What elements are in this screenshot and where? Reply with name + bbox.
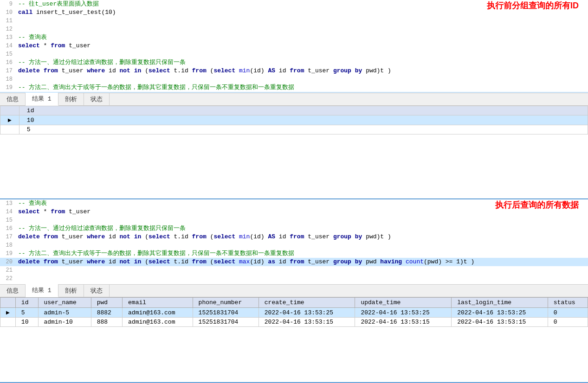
col-phone-h: phone_number (193, 298, 258, 308)
code-line: 13-- 查询表 (0, 33, 588, 42)
cell-email: admin@163.com (123, 318, 193, 327)
table-row: 5 (0, 125, 588, 134)
col-arrow (0, 106, 19, 115)
cell-id: 10 (15, 318, 38, 327)
cell-username: admin-10 (38, 318, 91, 327)
tab-info-bottom[interactable]: 信息 (0, 285, 26, 297)
tab-status-bottom[interactable]: 状态 (84, 285, 110, 297)
code-line: 19-- 方法二、查询出大于或等于一条的数据，删除其它重复数据，只保留一条不重复… (0, 83, 588, 92)
tab-result1-bottom[interactable]: 结果 1 (26, 284, 58, 297)
tab-result1-top[interactable]: 结果 1 (26, 93, 58, 106)
col-status-h: status (548, 298, 588, 308)
col-pwd-h: pwd (91, 298, 122, 308)
cell-phone: 15251831704 (193, 318, 258, 327)
tab-status-top[interactable]: 状态 (84, 93, 110, 105)
col-id-h: id (15, 298, 38, 308)
code-line: 19-- 方法二、查询出大于或等于一条的数据，删除其它重复数据，只保留一条不重复… (0, 249, 588, 258)
bottom-annotation: 执行后查询的所有数据 (495, 199, 579, 211)
code-line: 17delete from t_user where id not in (se… (0, 233, 588, 241)
code-line: 15 (0, 50, 588, 58)
cell-createtime: 2022-04-16 13:53:25 (258, 308, 355, 318)
cell-status: 0 (548, 308, 588, 318)
code-line: 16-- 方法一、通过分组过滤查询数据，删除重复数据只保留一条 (0, 58, 588, 67)
cell-email: admin@163.com (123, 308, 193, 318)
row-arrow (0, 318, 16, 327)
code-line: 18 (0, 241, 588, 249)
tab-info-top[interactable]: 信息 (0, 93, 26, 105)
cell-status: 0 (548, 318, 588, 327)
cell-username: admin-5 (38, 308, 91, 318)
tab-analyze-top[interactable]: 剖析 (58, 93, 84, 105)
cell-pwd: 8882 (91, 308, 122, 318)
bottom-pane: 执行后查询的所有数据 13-- 查询表 14select * from t_us… (0, 199, 588, 383)
top-annotation: 执行前分组查询的所有ID (487, 0, 579, 11)
top-pane: 执行前分组查询的所有ID 9-- 往t_user表里面插入数据 10call i… (0, 0, 588, 199)
table-row: 10 admin-10 888 admin@163.com 1525183170… (0, 318, 588, 327)
cell-id: 10 (19, 115, 588, 125)
col-username-h: user_name (38, 298, 91, 308)
cell-phone: 15251831704 (193, 308, 258, 318)
table-row: ▶ 5 admin-5 8882 admin@163.com 152518317… (0, 308, 588, 318)
row-arrow: ▶ (0, 115, 19, 125)
cell-logintime: 2022-04-16 13:53:15 (452, 318, 548, 327)
tab-analyze-bottom[interactable]: 剖析 (58, 285, 84, 297)
code-line: 11 (0, 17, 588, 25)
col-updatetime-h: update_time (355, 298, 452, 308)
cell-pwd: 888 (91, 318, 122, 327)
col-createtime-h: create_time (258, 298, 355, 308)
code-line: 14select * from t_user (0, 42, 588, 50)
col-logintime-h: last_login_time (452, 298, 548, 308)
cell-id: 5 (15, 308, 38, 318)
code-line: 17delete from t_user where id not in (se… (0, 67, 588, 75)
code-line: 12 (0, 25, 588, 33)
bottom-result-table: id user_name pwd email phone_number crea… (0, 297, 588, 327)
cell-createtime: 2022-04-16 13:53:15 (258, 318, 355, 327)
cell-logintime: 2022-04-16 13:53:25 (452, 308, 548, 318)
row-arrow: ▶ (0, 308, 16, 318)
table-row: ▶ 10 (0, 115, 588, 125)
col-email-h: email (123, 298, 193, 308)
row-arrow (0, 125, 19, 134)
code-line: 22 (0, 274, 588, 283)
code-line: 20delete from t_user where id not in (se… (0, 258, 588, 266)
col-id: id (19, 106, 588, 115)
top-result-area: id ▶ 10 5 (0, 106, 588, 198)
bottom-result-area: id user_name pwd email phone_number crea… (0, 297, 588, 382)
top-tabs-bar: 信息 结果 1 剖析 状态 (0, 93, 588, 106)
bottom-tabs-bar: 信息 结果 1 剖析 状态 (0, 284, 588, 297)
code-line: 15 (0, 216, 588, 224)
bottom-code-area: 执行后查询的所有数据 13-- 查询表 14select * from t_us… (0, 199, 588, 284)
top-code-area: 执行前分组查询的所有ID 9-- 往t_user表里面插入数据 10call i… (0, 0, 588, 93)
cell-updatetime: 2022-04-16 13:53:25 (355, 308, 452, 318)
code-line: 18 (0, 75, 588, 83)
code-line: 16-- 方法一、通过分组过滤查询数据，删除重复数据只保留一条 (0, 224, 588, 233)
code-line: 23 (0, 283, 588, 284)
code-line: 21 (0, 266, 588, 274)
cell-id: 5 (19, 125, 588, 134)
code-line: 20delete from t_user where id not in (se… (0, 92, 588, 93)
col-arrow-h (0, 298, 16, 308)
top-result-table: id ▶ 10 5 (0, 106, 588, 134)
cell-updatetime: 2022-04-16 13:53:15 (355, 318, 452, 327)
